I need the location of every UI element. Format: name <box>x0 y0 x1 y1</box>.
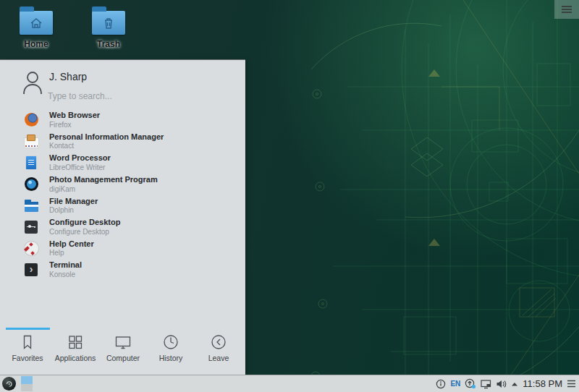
app-item-file-manager[interactable]: File Manager Dolphin <box>0 195 245 216</box>
app-item-help-center[interactable]: Help Center Help <box>0 238 245 260</box>
app-subtitle: Help <box>49 249 94 257</box>
virtual-desktop-pager[interactable] <box>21 376 33 391</box>
bookmark-icon <box>19 333 36 351</box>
desktop-icon-label: Home <box>24 39 48 49</box>
tab-label: Favorites <box>12 354 43 362</box>
trash-folder-icon <box>92 11 125 35</box>
app-title: Configure Desktop <box>49 218 120 227</box>
kontact-icon <box>24 134 38 148</box>
pager-desktop-2[interactable] <box>21 384 33 391</box>
trash-glyph-icon <box>101 17 116 30</box>
application-launcher-menu: J. Sharp Web Browser Firefox Personal In… <box>0 59 245 375</box>
caret-up-icon[interactable] <box>511 381 518 387</box>
monitor-icon <box>114 333 132 351</box>
clock-icon <box>162 333 179 351</box>
panel-hamburger-icon[interactable] <box>567 380 576 388</box>
app-title: Photo Management Program <box>49 175 158 184</box>
dolphin-icon <box>24 198 38 213</box>
app-item-photo-management[interactable]: Photo Management Program digiKam <box>0 174 245 195</box>
user-name: J. Sharp <box>49 71 87 82</box>
volume-icon[interactable] <box>496 379 507 389</box>
active-tab-indicator <box>6 328 50 330</box>
home-folder-icon <box>20 11 53 35</box>
keyboard-layout-indicator[interactable]: EN <box>450 380 460 388</box>
app-item-word-processor[interactable]: Word Processor LibreOffice Writer <box>0 152 245 174</box>
app-item-configure-desktop[interactable]: Configure Desktop Configure Desktop <box>0 216 245 238</box>
app-title: Terminal <box>49 260 82 270</box>
network-icon[interactable] <box>481 379 491 389</box>
app-title: File Manager <box>49 197 98 206</box>
desktop-icon-label: Trash <box>97 39 120 49</box>
taskbar: EN 11:58 PM <box>0 375 579 392</box>
hamburger-icon <box>561 5 572 14</box>
tab-leave[interactable]: Leave <box>195 333 242 362</box>
app-title: Web Browser <box>49 111 100 120</box>
search-input[interactable] <box>48 89 200 103</box>
app-subtitle: Configure Desktop <box>49 228 120 237</box>
info-icon[interactable] <box>436 379 446 389</box>
app-title: Help Center <box>49 239 94 249</box>
desktop-toolbox[interactable] <box>554 0 579 19</box>
tab-label: History <box>159 354 183 362</box>
terminal-icon <box>24 263 38 277</box>
app-subtitle: Dolphin <box>49 206 98 215</box>
updates-icon[interactable] <box>465 378 476 389</box>
app-title: Personal Information Manager <box>49 132 164 142</box>
app-grid-icon <box>67 333 84 351</box>
app-item-pim[interactable]: Personal Information Manager Kontact <box>0 131 245 153</box>
app-subtitle: Kontact <box>49 142 164 150</box>
app-subtitle: Konsole <box>49 270 82 279</box>
digital-clock[interactable]: 11:58 PM <box>523 378 562 389</box>
tab-favorites[interactable]: Favorites <box>4 333 51 362</box>
favorites-app-list: Web Browser Firefox Personal Information… <box>0 109 245 281</box>
tab-history[interactable]: History <box>147 333 195 362</box>
settings-icon <box>24 220 38 234</box>
distro-launcher-icon <box>4 379 14 388</box>
user-avatar-icon[interactable] <box>22 70 43 96</box>
tab-label: Applications <box>55 354 96 362</box>
system-tray: EN 11:58 PM <box>436 378 576 389</box>
desktop-icon-trash[interactable]: Trash <box>83 4 134 49</box>
desktop-icon-home[interactable]: Home <box>11 4 62 49</box>
app-item-terminal[interactable]: Terminal Konsole <box>0 259 245 281</box>
tab-label: Computer <box>106 354 140 362</box>
launcher-tabbar: Favorites Applications Computer History <box>4 333 242 362</box>
tab-applications[interactable]: Applications <box>51 333 99 362</box>
app-item-web-browser[interactable]: Web Browser Firefox <box>0 109 245 131</box>
house-glyph-icon <box>29 17 43 30</box>
app-title: Word Processor <box>49 153 111 163</box>
app-subtitle: Firefox <box>49 121 100 129</box>
digikam-icon <box>24 177 38 192</box>
pager-desktop-1-active[interactable] <box>21 376 33 384</box>
firefox-icon <box>24 113 38 127</box>
tab-label: Leave <box>208 354 229 362</box>
tab-computer[interactable]: Computer <box>99 333 147 362</box>
app-subtitle: digiKam <box>49 185 158 194</box>
app-subtitle: LibreOffice Writer <box>49 163 111 172</box>
libreoffice-writer-icon <box>24 155 38 170</box>
application-launcher-button[interactable] <box>2 377 16 391</box>
help-icon <box>24 241 38 255</box>
leave-icon <box>210 333 227 351</box>
